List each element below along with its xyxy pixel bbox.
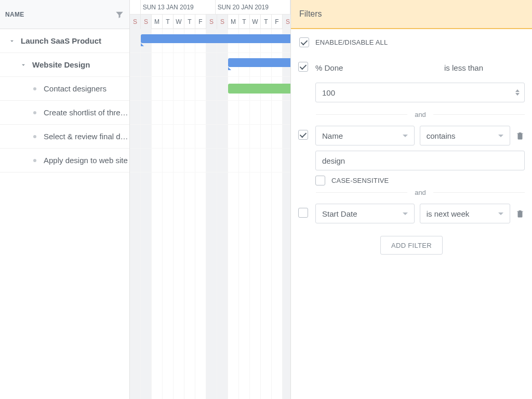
tree-row[interactable]: Contact designers — [0, 77, 129, 101]
tree-row[interactable]: Website Design — [0, 53, 129, 77]
tree-header-label: NAME — [5, 11, 24, 18]
filter-property-label: % Done — [315, 63, 352, 72]
day-header: S — [141, 15, 152, 29]
filter-enable-checkbox[interactable] — [298, 208, 308, 218]
day-header: S — [283, 15, 291, 29]
chevron-down-icon — [403, 212, 408, 215]
gantt-bar[interactable] — [228, 58, 291, 67]
tree-label: Launch SaaS Product — [21, 36, 101, 45]
day-header: W — [250, 15, 261, 29]
tree-header: NAME — [0, 0, 129, 29]
week-header — [130, 0, 141, 14]
bullet-icon — [33, 87, 36, 90]
filters-body: ENABLE/DISABLE ALL % Doneis less than an… — [291, 29, 532, 399]
bullet-icon — [33, 135, 36, 138]
bullet-icon — [33, 159, 36, 162]
tree-row[interactable]: Select & review final design — [0, 125, 129, 149]
day-header: T — [184, 15, 195, 29]
case-sensitive-label: CASE-SENSITIVE — [331, 177, 389, 184]
chevron-down-icon — [498, 135, 503, 137]
week-header: SUN 13 JAN 2019 — [141, 0, 216, 14]
tree-label: Apply design to web site — [44, 156, 128, 165]
day-header: S — [217, 15, 228, 29]
filter-value-input[interactable] — [315, 151, 525, 170]
and-separator: and — [316, 189, 525, 196]
filter-item: % Doneis less than — [298, 58, 525, 108]
chevron-down-icon — [403, 135, 408, 137]
trash-icon[interactable] — [515, 131, 525, 140]
tree-label: Contact designers — [44, 84, 107, 93]
filter-operator-label: is less than — [444, 63, 483, 72]
filter-value-input[interactable] — [315, 83, 525, 102]
day-header: T — [261, 15, 272, 29]
enable-all-label: ENABLE/DISABLE ALL — [315, 38, 388, 46]
tree-row[interactable]: Apply design to web site — [0, 149, 129, 172]
bullet-icon — [33, 111, 36, 114]
gantt-row[interactable] — [130, 149, 290, 172]
filter-icon[interactable] — [115, 10, 124, 19]
filter-enable-checkbox[interactable] — [298, 62, 308, 72]
timeline-header: SUN 13 JAN 2019SUN 20 JAN 2019 SSMTWTFSS… — [130, 0, 290, 29]
filter-property-select[interactable]: Start Date — [315, 204, 415, 223]
gantt-row[interactable] — [130, 77, 290, 101]
case-sensitive-checkbox[interactable] — [315, 176, 325, 185]
task-tree: Launch SaaS ProductWebsite DesignContact… — [0, 29, 129, 399]
day-header: W — [174, 15, 184, 29]
tree-row[interactable]: Launch SaaS Product — [0, 29, 129, 53]
day-header: S — [206, 15, 217, 29]
task-tree-panel: NAME Launch SaaS ProductWebsite DesignCo… — [0, 0, 130, 399]
day-header: M — [228, 15, 239, 29]
filter-item: Name contains CASE-SENSITIVE — [298, 126, 525, 185]
tree-row[interactable]: Create shortlist of three designers — [0, 101, 129, 125]
filters-panel: Filters ENABLE/DISABLE ALL % Doneis less… — [291, 0, 532, 399]
gantt-row[interactable] — [130, 125, 290, 149]
filter-property-select[interactable]: Name — [315, 126, 415, 145]
gantt-bar[interactable] — [141, 34, 291, 43]
tree-label: Website Design — [32, 60, 90, 69]
tree-label: Create shortlist of three designers — [44, 108, 129, 117]
day-header: T — [163, 15, 174, 29]
chevron-down-icon[interactable] — [20, 61, 27, 69]
trash-icon[interactable] — [515, 209, 525, 218]
enable-all-checkbox[interactable] — [299, 37, 309, 47]
filters-title: Filters — [299, 9, 322, 19]
stepper-up-icon[interactable] — [515, 89, 520, 92]
day-header: S — [130, 15, 141, 29]
timeline-body[interactable] — [130, 29, 290, 172]
stepper-down-icon[interactable] — [515, 93, 520, 96]
filter-operator-select[interactable]: contains — [420, 126, 510, 145]
gantt-row[interactable] — [130, 101, 290, 125]
chevron-down-icon[interactable] — [8, 37, 16, 45]
timeline-panel: SUN 13 JAN 2019SUN 20 JAN 2019 SSMTWTFSS… — [130, 0, 291, 399]
and-separator: and — [316, 111, 525, 118]
add-filter-button[interactable]: ADD FILTER — [380, 236, 443, 255]
day-header: M — [152, 15, 163, 29]
gantt-row[interactable] — [130, 53, 290, 77]
week-header: SUN 20 JAN 2019 — [216, 0, 290, 14]
filter-operator-select[interactable]: is next week — [420, 204, 510, 223]
tree-label: Select & review final design — [44, 132, 129, 141]
gantt-row[interactable] — [130, 29, 290, 53]
filter-enable-checkbox[interactable] — [298, 130, 308, 140]
day-header: F — [272, 15, 283, 29]
chevron-down-icon — [498, 212, 503, 215]
day-header: T — [239, 15, 250, 29]
gantt-bar[interactable] — [228, 84, 291, 94]
filters-header: Filters — [291, 0, 532, 29]
filter-item: Start Date is next week — [298, 204, 525, 223]
day-header: F — [195, 15, 206, 29]
